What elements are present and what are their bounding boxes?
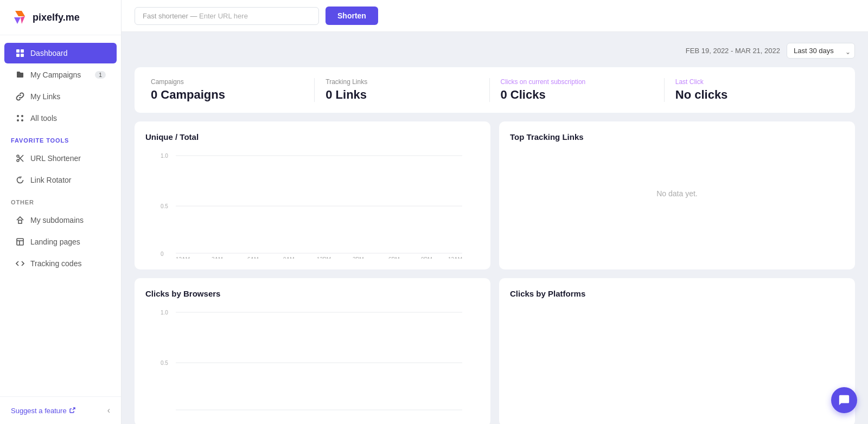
chart-browsers: Clicks by Browsers 1.0 0.5: [135, 278, 490, 424]
url-input-placeholder: Enter URL here: [199, 12, 248, 20]
layout-icon: [15, 237, 25, 247]
sidebar-bottom: Suggest a feature ‹: [0, 396, 121, 424]
apps-icon: [15, 113, 25, 123]
sidebar-item-landing-pages[interactable]: Landing pages: [4, 232, 117, 252]
chart-browsers-svg: 1.0 0.5: [145, 307, 480, 415]
chart-browsers-title: Clicks by Browsers: [145, 289, 480, 298]
suggest-label: Suggest a feature: [11, 407, 67, 415]
folder-icon: [15, 70, 25, 80]
campaigns-badge: 1: [95, 71, 106, 79]
external-link-icon: [69, 407, 75, 414]
sidebar: pixelfy.me Dashboard My Campaigns 1: [0, 0, 122, 424]
stat-clicks-value: 0 Clicks: [501, 88, 653, 102]
svg-rect-5: [16, 54, 20, 57]
sidebar-item-label: My Links: [30, 92, 60, 101]
chart-unique-total-area: 1.0 0.5 0 12AM 3AM 6AM 9AM 12PM 3PM: [145, 150, 480, 259]
x-label-7: 9PM: [421, 256, 432, 259]
sidebar-item-dashboard[interactable]: Dashboard: [4, 43, 117, 63]
svg-point-12: [17, 159, 19, 162]
stat-last-click: Last Click No clicks: [665, 78, 839, 102]
favorite-tools-label: FAVORITE TOOLS: [0, 130, 121, 147]
sidebar-item-label: My subdomains: [30, 216, 84, 224]
sidebar-item-url-shortener[interactable]: URL Shortener: [4, 148, 117, 169]
chat-bubble-button[interactable]: [831, 387, 857, 413]
x-label-2: 6AM: [247, 256, 259, 259]
chat-icon: [838, 394, 850, 406]
date-range-row: FEB 19, 2022 - MAR 21, 2022 Last 30 days…: [135, 43, 855, 59]
svg-rect-6: [21, 54, 24, 57]
sidebar-item-links[interactable]: My Links: [4, 86, 117, 107]
shorten-button[interactable]: Shorten: [326, 7, 378, 25]
sidebar-item-link-rotator[interactable]: Link Rotator: [4, 170, 117, 190]
logo-text: pixelfy.me: [33, 12, 80, 23]
sidebar-item-tracking-codes[interactable]: Tracking codes: [4, 253, 117, 274]
home-icon: [15, 215, 25, 225]
stat-links-label: Tracking Links: [326, 78, 478, 86]
sidebar-nav: Dashboard My Campaigns 1 My Links: [0, 35, 121, 396]
sidebar-item-campaigns[interactable]: My Campaigns 1: [4, 65, 117, 85]
y-label-mid: 0.5: [161, 360, 168, 366]
y-label-mid: 0.5: [161, 203, 168, 209]
stat-clicks-label: Clicks on current subscription: [501, 78, 653, 86]
x-label-3: 9AM: [283, 256, 295, 259]
svg-point-8: [21, 115, 23, 117]
sidebar-collapse-button[interactable]: ‹: [107, 406, 110, 415]
y-label-top: 1.0: [161, 310, 168, 316]
stat-last-click-value: No clicks: [675, 88, 828, 102]
svg-point-7: [17, 115, 19, 117]
sidebar-item-label: All tools: [30, 114, 57, 123]
grid-icon: [15, 48, 25, 58]
chart-browsers-area: 1.0 0.5: [145, 307, 480, 415]
logo-icon: [11, 9, 28, 26]
scissors-icon: [15, 153, 25, 163]
x-label-0: 12AM: [176, 256, 190, 259]
chart-platforms: Clicks by Platforms: [499, 278, 855, 424]
chart-top-links: Top Tracking Links No data yet.: [499, 121, 855, 269]
x-label-5: 3PM: [353, 256, 364, 259]
sidebar-item-label: Landing pages: [30, 237, 80, 246]
stat-links-value: 0 Links: [326, 88, 478, 102]
x-label-6: 6PM: [388, 256, 400, 259]
svg-rect-3: [16, 49, 20, 53]
svg-rect-4: [21, 49, 24, 53]
svg-point-10: [21, 119, 23, 121]
stat-campaigns-value: 0 Campaigns: [151, 88, 303, 102]
svg-rect-16: [17, 239, 23, 245]
svg-marker-1: [14, 17, 21, 24]
y-label-top: 1.0: [161, 153, 168, 159]
logo: pixelfy.me: [0, 0, 121, 35]
other-label: OTHER: [0, 191, 121, 209]
stat-links: Tracking Links 0 Links: [315, 78, 489, 102]
chart-platforms-title: Clicks by Platforms: [510, 289, 844, 298]
date-range-text: FEB 19, 2022 - MAR 21, 2022: [686, 47, 780, 55]
svg-point-9: [17, 119, 19, 121]
stat-clicks: Clicks on current subscription 0 Clicks: [490, 78, 665, 102]
x-label-1: 3AM: [212, 256, 223, 259]
dashboard-area: FEB 19, 2022 - MAR 21, 2022 Last 30 days…: [122, 32, 868, 424]
sidebar-item-label: Dashboard: [30, 49, 68, 57]
rotate-icon: [15, 175, 25, 185]
url-input-wrapper[interactable]: Fast shortener — Enter URL here: [135, 7, 319, 25]
chart-unique-total: Unique / Total 1.0 0.5 0 12AM 3AM: [135, 121, 490, 269]
chart-unique-total-svg: 1.0 0.5 0 12AM 3AM 6AM 9AM 12PM 3PM: [145, 150, 480, 259]
svg-rect-15: [18, 220, 22, 223]
stat-campaigns-label: Campaigns: [151, 78, 303, 86]
suggest-feature-link[interactable]: Suggest a feature: [11, 407, 75, 415]
sidebar-item-all-tools[interactable]: All tools: [4, 108, 117, 129]
sidebar-item-subdomains[interactable]: My subdomains: [4, 210, 117, 230]
sidebar-item-label: Link Rotator: [30, 176, 71, 184]
period-select-wrapper[interactable]: Last 30 days Last 7 days Last 90 days Cu…: [787, 43, 855, 59]
topbar: Fast shortener — Enter URL here Shorten: [122, 0, 868, 32]
svg-point-11: [17, 155, 19, 157]
stat-last-click-label: Last Click: [675, 78, 828, 86]
chart-unique-total-title: Unique / Total: [145, 132, 480, 142]
y-label-bottom: 0: [161, 251, 164, 257]
chart-top-links-title: Top Tracking Links: [510, 132, 844, 142]
stat-campaigns: Campaigns 0 Campaigns: [151, 78, 315, 102]
sidebar-item-label: My Campaigns: [30, 70, 81, 79]
period-select[interactable]: Last 30 days Last 7 days Last 90 days Cu…: [787, 43, 855, 59]
link-icon: [15, 92, 25, 101]
svg-marker-2: [21, 16, 25, 24]
code-icon: [15, 259, 25, 268]
sidebar-item-label: URL Shortener: [30, 154, 81, 163]
